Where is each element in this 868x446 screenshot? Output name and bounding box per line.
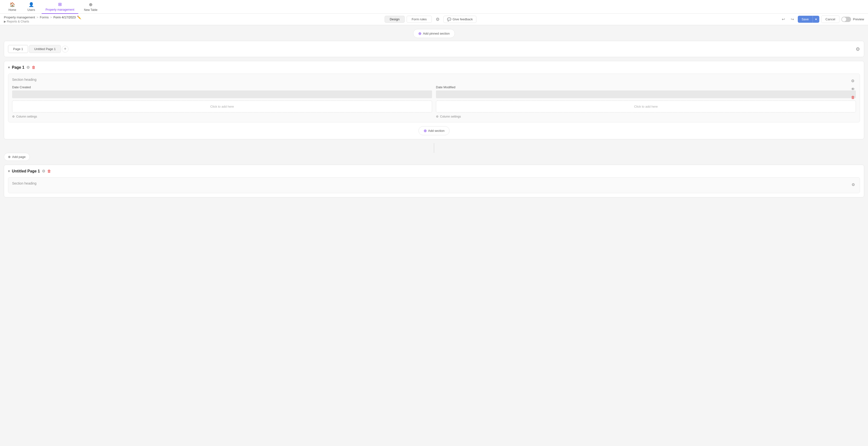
add-page-btn[interactable]: ⊕ Add page (4, 153, 30, 161)
header-right: ↩ ↪ Save ▾ Cancel Preview (780, 15, 864, 23)
untitled-section-tools: ⚙ (850, 181, 856, 188)
click-to-add-left[interactable]: Click to add here (12, 101, 432, 112)
date-modified-input (436, 91, 856, 98)
nav-home[interactable]: 🏠 Home (4, 0, 21, 13)
page-1-settings-icon[interactable]: ⚙ (26, 65, 30, 70)
plus-circle-icon: ⊕ (89, 2, 93, 7)
untitled-page-delete-icon[interactable]: 🗑 (47, 169, 51, 173)
plus-icon: ⊕ (418, 31, 422, 36)
tab-page-1[interactable]: Page 1 (8, 45, 28, 53)
field-date-created: Date Created Click to add here ⚙ Column … (12, 85, 432, 118)
breadcrumb-root[interactable]: Property management (4, 15, 35, 19)
feedback-label: Give feedback (453, 18, 473, 21)
untitled-section-settings-icon[interactable]: ⚙ (850, 181, 856, 188)
page-divider (434, 143, 434, 153)
main-content: ⊕ Add pinned section Page 1 Untitled Pag… (0, 25, 868, 446)
pages-tabs: Page 1 Untitled Page 1 + (8, 45, 68, 53)
save-btn[interactable]: Save ▾ (798, 16, 819, 23)
columns-grid: Date Created Click to add here ⚙ Column … (12, 85, 856, 118)
page-1-section-header: ▾ Page 1 ⚙ 🗑 (8, 65, 860, 70)
design-tab-btn[interactable]: Design (384, 16, 404, 23)
nav-users-label: Users (27, 8, 35, 11)
untitled-page-title: Untitled Page 1 (12, 169, 40, 173)
preview-toggle[interactable] (841, 17, 851, 22)
untitled-page-header: ▾ Untitled Page 1 ⚙ 🗑 (8, 169, 860, 173)
undo-btn[interactable]: ↩ (780, 15, 787, 23)
untitled-page-settings-icon[interactable]: ⚙ (42, 169, 45, 173)
section-settings-icon[interactable]: ⚙ (850, 78, 856, 84)
tab-untitled-page-1-label: Untitled Page 1 (34, 47, 56, 51)
cancel-btn[interactable]: Cancel (821, 15, 839, 23)
breadcrumb-sub-label: ▶ Reports & Charts (4, 20, 29, 23)
feedback-btn[interactable]: 💬 Give feedback (443, 16, 476, 23)
edit-icon[interactable]: ✏️ (77, 15, 81, 19)
click-to-add-right[interactable]: Click to add here (436, 101, 856, 112)
nav-property-management[interactable]: ⊞ Property management (42, 0, 78, 14)
redo-btn[interactable]: ↪ (789, 15, 796, 23)
users-icon: 👤 (29, 2, 34, 7)
home-icon: 🏠 (10, 2, 15, 7)
section-delete-icon[interactable]: 🗑 (850, 94, 856, 101)
date-created-label: Date Created (12, 85, 432, 89)
page-1-collapse-icon[interactable]: ▾ (8, 65, 10, 70)
nav-users[interactable]: 👤 Users (23, 0, 40, 13)
field-date-modified: Date Modified Click to add here ⚙ Column… (436, 85, 856, 118)
preview-label: Preview (853, 18, 864, 21)
breadcrumb-sep1: > (37, 15, 38, 19)
nav-home-label: Home (8, 8, 16, 11)
add-section-label: Add section (428, 129, 445, 133)
untitled-page-collapse-icon[interactable]: ▾ (8, 169, 10, 173)
tab-untitled-page-1[interactable]: Untitled Page 1 (29, 45, 61, 53)
add-page-container: ⊕ Add page (4, 153, 864, 161)
nav-new-table-label: New Table (84, 8, 98, 11)
column-settings-label-right: Column settings (440, 115, 461, 118)
column-settings-icon-right: ⚙ (436, 115, 439, 118)
section-content-tools: ⚙ 👁 🗑 (850, 78, 856, 101)
feedback-chat-icon: 💬 (447, 18, 451, 21)
page-1-delete-icon[interactable]: 🗑 (32, 65, 36, 70)
add-page-label: Add page (12, 155, 26, 159)
add-section-plus-icon: ⊕ (424, 129, 427, 133)
add-section-container: ⊕ Add section (8, 126, 860, 135)
add-pinned-section-container: ⊕ Add pinned section (4, 29, 864, 38)
page-1-section-content: Section heading ⚙ 👁 🗑 Date Created Click… (8, 73, 860, 123)
save-btn-label: Save (798, 16, 813, 23)
page-1-title: Page 1 (12, 65, 25, 70)
add-pinned-section-btn[interactable]: ⊕ Add pinned section (413, 29, 455, 38)
breadcrumb-sub[interactable]: ▶ Reports & Charts (4, 20, 81, 23)
table-icon: ⊞ (58, 2, 62, 7)
nav-property-label: Property management (45, 8, 74, 11)
date-created-input (12, 91, 432, 98)
add-pinned-label: Add pinned section (423, 32, 450, 35)
pages-tabs-container: Page 1 Untitled Page 1 + ⚙ (4, 41, 864, 57)
tab-page-1-label: Page 1 (13, 47, 23, 51)
header-center: Design Form rules ⚙ 💬 Give feedback (384, 16, 476, 23)
date-modified-label: Date Modified (436, 85, 856, 89)
untitled-section-heading: Section heading (12, 181, 856, 185)
column-settings-left[interactable]: ⚙ Column settings (12, 115, 432, 118)
add-section-btn[interactable]: ⊕ Add section (418, 126, 450, 135)
page-1-section: ▾ Page 1 ⚙ 🗑 Section heading ⚙ 👁 🗑 Date … (4, 61, 864, 139)
top-nav: 🏠 Home 👤 Users ⊞ Property management ⊕ N… (0, 0, 868, 13)
breadcrumb-current: Form 4/17/2023 (54, 15, 76, 19)
column-settings-label-left: Column settings (16, 115, 37, 118)
column-settings-right[interactable]: ⚙ Column settings (436, 115, 856, 118)
tabs-settings-icon[interactable]: ⚙ (856, 46, 860, 52)
untitled-page-section: ▾ Untitled Page 1 ⚙ 🗑 Section heading ⚙ (4, 165, 864, 197)
breadcrumb-sep2: > (50, 15, 52, 19)
breadcrumb: Property management > Forms > Form 4/17/… (4, 15, 81, 19)
column-settings-icon-left: ⚙ (12, 115, 15, 118)
breadcrumb-forms[interactable]: Forms (40, 15, 49, 19)
add-page-icon: ⊕ (8, 155, 11, 159)
section-eye-icon[interactable]: 👁 (850, 86, 856, 92)
section-heading: Section heading (12, 78, 856, 81)
add-tab-btn[interactable]: + (62, 46, 68, 53)
untitled-section-content: Section heading ⚙ (8, 177, 860, 193)
header-bar: Property management > Forms > Form 4/17/… (0, 13, 868, 25)
form-rules-tab-btn[interactable]: Form rules (407, 16, 432, 23)
save-dropdown-arrow[interactable]: ▾ (812, 16, 819, 23)
nav-new-table[interactable]: ⊕ New Table (80, 0, 101, 13)
form-settings-icon[interactable]: ⚙ (434, 16, 441, 23)
